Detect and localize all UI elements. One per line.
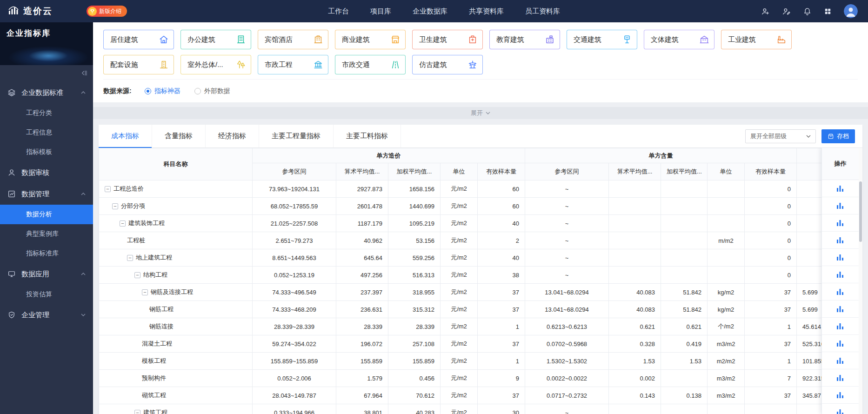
data-cell: 0 (745, 249, 797, 267)
tab-5[interactable]: 主要工料指标 (334, 125, 401, 147)
data-cell: 个/m2 (708, 318, 745, 335)
tab-4[interactable]: 主要工程量指标 (259, 125, 334, 147)
category-label: 仿古建筑 (419, 60, 447, 69)
row-chart-button[interactable] (822, 318, 859, 335)
collapse-node-icon[interactable]: − (127, 255, 133, 261)
user-avatar[interactable] (844, 4, 858, 18)
category-transport-button[interactable]: 交通建筑 (567, 30, 637, 49)
data-cell (708, 267, 745, 284)
expand-bar[interactable]: 展开 (93, 107, 868, 119)
category-label: 市政交通 (342, 60, 370, 69)
logo[interactable]: 造价云 (0, 5, 87, 17)
data-cell: 37 (745, 284, 797, 301)
layers-icon (7, 88, 16, 97)
nav-item-3[interactable]: 企业数据库 (413, 0, 447, 22)
tabs: 成本指标含量指标经济指标主要工程量指标主要工料指标 (99, 125, 401, 147)
sidebar-group-3[interactable]: 数据管理 (0, 183, 93, 205)
user-edit-icon[interactable] (782, 7, 791, 16)
category-pagoda-button[interactable]: 仿古建筑 (412, 55, 483, 74)
category-road-button[interactable]: 市政交通 (335, 55, 406, 74)
nav-item-4[interactable]: 共享资料库 (469, 0, 504, 22)
sidebar-group-2[interactable]: 数据审核 (0, 162, 93, 183)
level-select[interactable]: 展开全部层级 (745, 129, 816, 143)
data-cell (609, 215, 661, 232)
row-chart-button[interactable] (822, 232, 859, 249)
subject-name: 工程总造价 (114, 185, 144, 193)
sidebar-item-3-1[interactable]: 数据分析 (0, 205, 93, 224)
category-office-button[interactable]: 办公建筑 (180, 30, 251, 49)
table-scrollbar[interactable] (859, 148, 862, 414)
nav-item-2[interactable]: 项目库 (370, 0, 391, 22)
collapse-node-icon[interactable]: − (134, 272, 140, 278)
new-version-badge[interactable]: 新版介绍 (87, 6, 127, 17)
sidebar-item-1-1[interactable]: 工程分类 (0, 103, 93, 123)
category-hotel-button[interactable]: 宾馆酒店 (258, 30, 328, 49)
category-factory-button[interactable]: 工业建筑 (721, 30, 792, 49)
category-facility-button[interactable]: 配套设施 (103, 55, 174, 74)
bell-icon[interactable] (803, 7, 812, 16)
collapse-node-icon[interactable]: − (134, 410, 140, 414)
row-chart-button[interactable] (822, 369, 859, 387)
row-chart-button[interactable] (822, 197, 859, 214)
row-chart-button[interactable] (822, 352, 859, 369)
subject-name: 预制构件 (142, 374, 166, 382)
data-cell: 196.072 (336, 335, 388, 353)
facility-icon (159, 60, 169, 70)
row-chart-button[interactable] (822, 180, 859, 197)
sidebar-group-5[interactable]: 企业管理 (0, 304, 93, 326)
data-cell: 51.842 (661, 284, 708, 301)
data-source-option-1[interactable]: 指标神器 (145, 87, 180, 95)
sidebar-collapse[interactable] (0, 65, 93, 81)
tab-1[interactable]: 成本指标 (99, 125, 152, 147)
data-cell (661, 215, 708, 232)
user-add-icon[interactable] (761, 7, 770, 16)
category-school-button[interactable]: 教育建筑 (489, 30, 560, 49)
data-cell: 1 (745, 353, 797, 370)
subject-name: 混凝土工程 (142, 340, 172, 348)
collapse-node-icon[interactable]: − (142, 289, 148, 295)
sidebar-item-3-2[interactable]: 典型案例库 (0, 224, 93, 244)
row-chart-button[interactable] (822, 214, 859, 232)
sidebar-item-1-2[interactable]: 工程信息 (0, 123, 93, 142)
data-source-option-2[interactable]: 外部数据 (194, 87, 230, 95)
nav-item-5[interactable]: 员工资料库 (525, 0, 560, 22)
data-cell: 2.651~79.273 (253, 232, 336, 249)
subject-name-cell: −建筑装饰工程 (99, 215, 253, 232)
data-cell: ~ (525, 215, 609, 232)
data-cell: 38 (478, 267, 525, 284)
data-cell: 40 (478, 215, 525, 232)
data-cell: 1440.699 (388, 198, 441, 215)
sidebar-item-3-3[interactable]: 指标标准库 (0, 244, 93, 263)
collapse-node-icon[interactable]: − (120, 220, 126, 227)
sidebar-group-1[interactable]: 企业数据标准 (0, 82, 93, 103)
data-cell: m3/m2 (708, 387, 745, 404)
category-outdoor-button[interactable]: 室外总体/... (180, 55, 251, 74)
category-house-button[interactable]: 居住建筑 (103, 30, 174, 49)
collapse-node-icon[interactable]: − (112, 203, 118, 209)
nav-item-1[interactable]: 工作台 (328, 0, 349, 22)
sidebar-item-1-3[interactable]: 指标模板 (0, 142, 93, 162)
apps-grid-icon[interactable] (824, 7, 832, 15)
row-chart-button[interactable] (822, 283, 859, 300)
data-cell: 67.964 (336, 387, 388, 404)
row-chart-button[interactable] (822, 266, 859, 283)
data-source-label: 数据来源: (103, 87, 132, 95)
row-chart-button[interactable] (822, 335, 859, 352)
row-chart-button[interactable] (822, 249, 859, 266)
data-cell: 237.397 (336, 284, 388, 301)
collapse-node-icon[interactable]: − (105, 186, 111, 192)
category-shop-button[interactable]: 商业建筑 (335, 30, 406, 49)
row-chart-button[interactable] (822, 300, 859, 318)
scrollbar-thumb[interactable] (859, 181, 862, 242)
sidebar-item-4-1[interactable]: 投资估算 (0, 285, 93, 304)
sidebar-group-4[interactable]: 数据应用 (0, 263, 93, 285)
category-municipal-button[interactable]: 市政工程 (258, 55, 328, 74)
tab-2[interactable]: 含量指标 (152, 125, 206, 147)
row-chart-button[interactable] (822, 387, 859, 404)
tab-3[interactable]: 经济指标 (206, 125, 259, 147)
category-hospital-button[interactable]: 卫生建筑 (412, 30, 483, 49)
row-chart-button[interactable] (822, 404, 859, 414)
category-culture-button[interactable]: 文体建筑 (644, 30, 714, 49)
archive-button[interactable]: 存档 (821, 129, 855, 143)
data-cell: 元/m2 (441, 370, 478, 387)
